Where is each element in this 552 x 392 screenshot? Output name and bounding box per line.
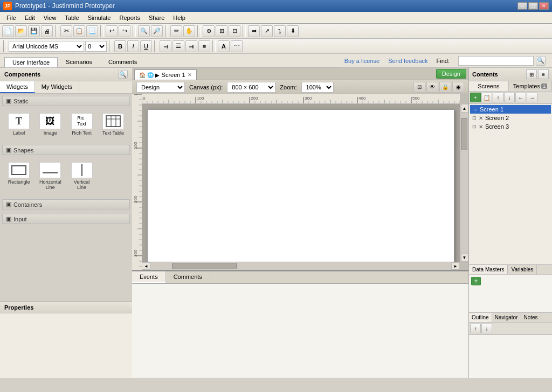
widgets-tab[interactable]: Widgets: [0, 81, 35, 93]
move-down-button[interactable]: ↓: [504, 93, 515, 102]
align-right-button[interactable]: ⫥: [185, 40, 197, 52]
add-screen-button[interactable]: +: [470, 93, 481, 102]
components-search-button[interactable]: 🔍: [118, 70, 128, 79]
canvas-tab-close[interactable]: ✕: [188, 72, 192, 78]
align-justify-button[interactable]: ≡: [198, 40, 210, 52]
data-masters-tab[interactable]: Data Masters: [469, 265, 508, 274]
maximize-button[interactable]: □: [528, 2, 538, 10]
zoom-in-button[interactable]: 🔍: [138, 25, 150, 37]
outline-tab[interactable]: Outline: [469, 313, 492, 322]
hscrollbar[interactable]: ◄ ►: [142, 262, 460, 270]
widget-vertical-line[interactable]: VerticalLine: [67, 159, 96, 193]
close-button[interactable]: ✕: [539, 2, 549, 10]
screen-item-1[interactable]: → Screen 1: [470, 105, 551, 114]
find-button[interactable]: 🔍: [536, 56, 546, 66]
bottom-button[interactable]: ⬇: [287, 25, 299, 37]
scroll-left-button[interactable]: ◄: [142, 262, 150, 270]
move-up-button[interactable]: ↑: [493, 93, 503, 102]
font-family-select[interactable]: Arial Unicode MS: [9, 41, 84, 52]
new-button[interactable]: 📄: [2, 25, 14, 37]
comments-tab[interactable]: Comments: [166, 271, 210, 283]
buy-license-link[interactable]: Buy a license: [344, 58, 380, 64]
screen-item-3[interactable]: ⊡ ✕ Screen 3: [470, 122, 551, 131]
view-icon-3[interactable]: 🔒: [439, 82, 451, 93]
copy-button[interactable]: 📋: [73, 25, 85, 37]
pencil-button[interactable]: ✏: [170, 25, 182, 37]
move-left-button[interactable]: ←: [515, 93, 526, 102]
scroll-up-button[interactable]: ▲: [461, 104, 468, 113]
menu-view[interactable]: View: [39, 13, 61, 22]
tab-user-interface[interactable]: User Interface: [4, 57, 58, 67]
scroll-down-button[interactable]: ▼: [461, 253, 468, 262]
undo-button[interactable]: ↩: [106, 25, 118, 37]
scroll-thumb[interactable]: [461, 118, 467, 150]
widget-image[interactable]: 🖼 Image: [36, 110, 65, 138]
outline-down-button[interactable]: ↓: [481, 324, 492, 333]
add-button[interactable]: ⊕: [203, 25, 215, 37]
align-center-button[interactable]: ☰: [172, 40, 184, 52]
scroll-right-button[interactable]: ►: [451, 262, 460, 270]
find-input[interactable]: [458, 56, 534, 66]
font-color-button[interactable]: A: [218, 40, 230, 52]
screens-tab[interactable]: Screens: [469, 81, 509, 91]
canvas-size-select[interactable]: 800 × 600: [227, 82, 275, 93]
view-mode-select[interactable]: Design: [136, 82, 185, 93]
bold-button[interactable]: B: [114, 40, 126, 52]
title-bar-controls[interactable]: ─ □ ✕: [518, 2, 549, 10]
zoom-select[interactable]: 100%: [301, 82, 334, 93]
widget-rectangle[interactable]: Rectangle: [4, 159, 33, 193]
group-button[interactable]: ⊞: [216, 25, 227, 37]
align-left-button[interactable]: ⫤: [160, 40, 171, 52]
menu-help[interactable]: Help: [169, 13, 190, 22]
widget-rich-text[interactable]: RicText Rich Text: [67, 110, 96, 138]
add-data-button[interactable]: +: [471, 277, 481, 285]
open-button[interactable]: 📂: [15, 25, 27, 37]
screen-item-2[interactable]: ⊡ ✕ Screen 2: [470, 114, 551, 122]
menu-share[interactable]: Share: [144, 13, 169, 22]
print-button[interactable]: 🖨: [41, 25, 53, 37]
vscrollbar[interactable]: ▲ ▼: [460, 104, 468, 262]
events-tab[interactable]: Events: [132, 271, 166, 283]
hand-button[interactable]: ✋: [183, 25, 195, 37]
notes-tab[interactable]: Notes: [521, 313, 541, 322]
contents-menu-icon[interactable]: ≡: [538, 69, 549, 79]
view-icon-2[interactable]: 👁: [426, 82, 438, 93]
hscroll-thumb[interactable]: [172, 263, 237, 269]
widget-text-table[interactable]: Text Table: [99, 110, 128, 138]
send-feedback-link[interactable]: Send feedback: [388, 58, 427, 64]
view-icon-1[interactable]: ⊡: [413, 82, 425, 93]
simulate-button[interactable]: Design: [436, 69, 466, 79]
underline-button[interactable]: U: [140, 40, 152, 52]
templates-tab[interactable]: Templates 1: [509, 81, 552, 91]
front-button[interactable]: ⤵: [274, 25, 286, 37]
widget-horizontal-line[interactable]: HorizontalLine: [36, 159, 65, 193]
variables-tab[interactable]: Variables: [508, 265, 537, 274]
redo-button[interactable]: ↪: [119, 25, 130, 37]
outline-up-button[interactable]: ↑: [470, 324, 481, 333]
zoom-out-button[interactable]: 🔎: [151, 25, 163, 37]
menu-edit[interactable]: Edit: [20, 13, 39, 22]
copy-screen-button[interactable]: 📋: [481, 93, 492, 102]
ungroup-button[interactable]: ⊟: [229, 25, 240, 37]
cut-button[interactable]: ✂: [60, 25, 72, 37]
paste-button[interactable]: 📃: [86, 25, 98, 37]
move-right-button[interactable]: →: [527, 93, 537, 102]
forward-button[interactable]: ➡: [248, 25, 260, 37]
menu-table[interactable]: Table: [60, 13, 83, 22]
menu-reports[interactable]: Reports: [115, 13, 144, 22]
contents-grid-icon[interactable]: ⊞: [526, 69, 537, 79]
italic-button[interactable]: I: [127, 40, 139, 52]
widget-label[interactable]: T Label: [4, 110, 33, 138]
tab-comments[interactable]: Comments: [100, 57, 145, 67]
font-size-select[interactable]: 8: [85, 41, 107, 52]
navigator-tab[interactable]: Navigator: [492, 313, 521, 322]
back-button[interactable]: ↗: [261, 25, 273, 37]
save-button[interactable]: 💾: [28, 25, 40, 37]
canvas-tab[interactable]: 🏠 🌐 ▶ Screen 1 ✕: [134, 69, 197, 80]
view-icon-4[interactable]: ◉: [452, 82, 464, 93]
menu-file[interactable]: File: [2, 13, 20, 22]
minimize-button[interactable]: ─: [518, 2, 527, 10]
my-widgets-tab[interactable]: My Widgets: [35, 81, 79, 93]
canvas-area[interactable]: [142, 104, 460, 262]
tab-scenarios[interactable]: Scenarios: [58, 57, 100, 67]
